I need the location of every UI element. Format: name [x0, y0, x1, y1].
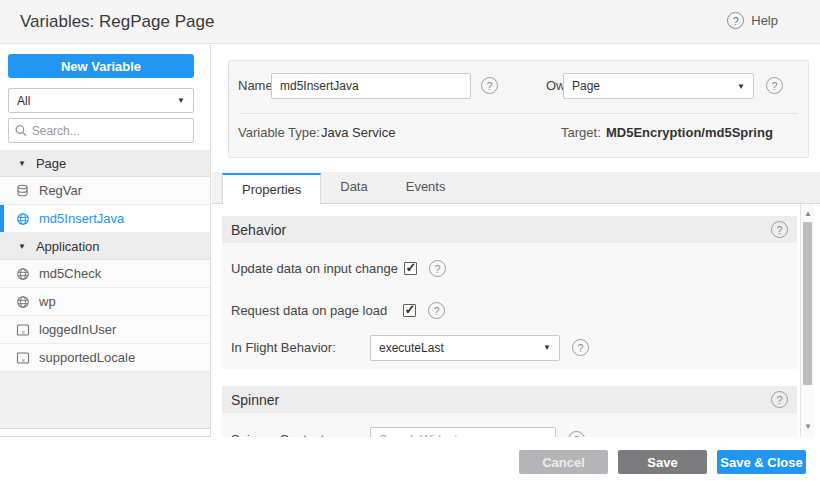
tree-item-label: loggedInUser [39, 322, 116, 337]
spinner-context-row: Spinner Context: ? [222, 426, 797, 437]
variables-dialog: Variables: RegPage Page ? Help New Varia… [0, 0, 820, 487]
behavior-section-title: Behavior [231, 222, 286, 238]
svg-text:x: x [22, 356, 25, 362]
variable-tree: ▼ Page RegVar md5InsertJava ▼ Applicatio… [0, 150, 210, 429]
tree-item-wp[interactable]: wp [0, 288, 210, 316]
behavior-section-body: Update data on input change ? Request da… [222, 243, 797, 369]
spinner-section-title: Spinner [231, 392, 279, 408]
scroll-up-icon[interactable]: ▲ [801, 206, 815, 222]
help-label: Help [751, 13, 778, 28]
tree-item-label: RegVar [39, 183, 82, 198]
spinner-help-icon[interactable]: ? [771, 391, 788, 408]
tree-item-md5check[interactable]: md5Check [0, 260, 210, 288]
variable-search[interactable] [8, 118, 194, 143]
svg-text:x: x [22, 328, 25, 334]
name-help-icon[interactable]: ? [481, 77, 498, 94]
tree-group-page[interactable]: ▼ Page [0, 150, 210, 177]
variable-detail-panel: Name: * ? Owner: * Page ▼ ? Variable Typ… [212, 45, 820, 437]
name-owner-row: Name: * ? Owner: * Page ▼ ? [229, 73, 808, 99]
tree-item-label: supportedLocale [39, 350, 135, 365]
search-icon [15, 124, 27, 137]
vertical-scrollbar[interactable]: ▲ ▼ [800, 204, 814, 437]
spinner-context-combo [370, 427, 556, 438]
properties-content: Behavior ? Update data on input change ?… [212, 204, 820, 437]
model-variable-icon: x [16, 323, 30, 337]
tree-item-label: md5Check [39, 266, 101, 281]
detail-tabbar: Properties Data Events [212, 172, 820, 204]
database-variable-icon [16, 184, 30, 198]
tree-item-supportedlocale[interactable]: x supportedLocale [0, 344, 210, 372]
tree-item-md5insertjava[interactable]: md5InsertJava [0, 205, 210, 233]
spinner-section-header: Spinner ? [222, 386, 797, 413]
java-service-icon [16, 212, 30, 226]
tree-group-label: Application [36, 239, 100, 254]
tree-item-label: md5InsertJava [39, 211, 124, 226]
target-label: Target: [561, 125, 601, 140]
tree-group-application[interactable]: ▼ Application [0, 233, 210, 260]
java-service-icon [16, 267, 30, 281]
search-input[interactable] [32, 124, 187, 138]
variable-summary-panel: Name: * ? Owner: * Page ▼ ? Variable Typ… [228, 60, 809, 158]
help-icon: ? [727, 12, 744, 29]
help-button[interactable]: ? Help [727, 12, 778, 29]
target-value: MD5Encryption/md5Spring [606, 125, 773, 140]
variable-filter-value: All [17, 94, 30, 108]
new-variable-button[interactable]: New Variable [8, 54, 194, 78]
owner-help-icon[interactable]: ? [766, 77, 783, 94]
name-input[interactable] [271, 73, 471, 99]
behavior-help-icon[interactable]: ? [771, 221, 788, 238]
properties-sections: Behavior ? Update data on input change ?… [222, 204, 797, 437]
tab-properties[interactable]: Properties [222, 173, 321, 204]
update-data-row: Update data on input change ? [222, 255, 797, 282]
java-service-icon [16, 295, 30, 309]
in-flight-row: In Flight Behavior: executeLast ▼ ? [222, 334, 797, 361]
chevron-down-icon: ▼ [177, 96, 185, 105]
chevron-down-icon: ▼ [737, 82, 745, 91]
variable-type-label: Variable Type: [238, 125, 320, 140]
variable-filter-select[interactable]: All ▼ [8, 88, 194, 113]
in-flight-select[interactable]: executeLast ▼ [370, 335, 560, 361]
request-data-help-icon[interactable]: ? [428, 302, 445, 319]
variables-sidebar: New Variable All ▼ ▼ Page RegVar [0, 45, 211, 437]
save-button[interactable]: Save [618, 450, 707, 474]
variable-type-value: Java Service [321, 125, 395, 140]
tree-item-label: wp [39, 294, 56, 309]
scrollbar-thumb[interactable] [803, 222, 812, 385]
chevron-down-icon: ▼ [543, 343, 551, 352]
tree-item-regvar[interactable]: RegVar [0, 177, 210, 205]
request-data-row: Request data on page load ? [222, 297, 797, 324]
in-flight-help-icon[interactable]: ? [572, 339, 589, 356]
model-variable-icon: x [16, 351, 30, 365]
page-title: Variables: RegPage Page [20, 0, 214, 44]
owner-select[interactable]: Page ▼ [563, 73, 754, 99]
owner-value: Page [572, 79, 600, 93]
tree-item-loggedinuser[interactable]: x loggedInUser [0, 316, 210, 344]
tree-group-label: Page [36, 156, 66, 171]
in-flight-value: executeLast [379, 341, 444, 355]
spinner-context-label: Spinner Context: [231, 432, 370, 437]
dialog-footer: Cancel Save Save & Close [0, 438, 820, 487]
update-data-help-icon[interactable]: ? [429, 260, 446, 277]
update-data-checkbox[interactable] [404, 262, 417, 275]
collapse-arrow-icon: ▼ [18, 159, 26, 168]
spinner-context-input[interactable] [370, 427, 556, 438]
dialog-header: Variables: RegPage Page ? Help [0, 0, 820, 44]
scroll-down-icon[interactable]: ▼ [801, 419, 815, 435]
spinner-context-help-icon[interactable]: ? [568, 431, 585, 437]
update-data-label: Update data on input change [231, 261, 398, 276]
spinner-section-body: Spinner Context: ? [222, 413, 797, 437]
save-close-button[interactable]: Save & Close [717, 450, 806, 474]
tab-events[interactable]: Events [387, 172, 465, 203]
panel-divider [239, 113, 798, 114]
request-data-label: Request data on page load [231, 303, 403, 318]
tree-empty-space [0, 372, 210, 429]
collapse-arrow-icon: ▼ [18, 242, 26, 251]
behavior-section-header: Behavior ? [222, 216, 797, 243]
request-data-checkbox[interactable] [403, 304, 416, 317]
tab-data[interactable]: Data [321, 172, 386, 203]
cancel-button[interactable]: Cancel [519, 450, 608, 474]
in-flight-label: In Flight Behavior: [231, 340, 370, 355]
